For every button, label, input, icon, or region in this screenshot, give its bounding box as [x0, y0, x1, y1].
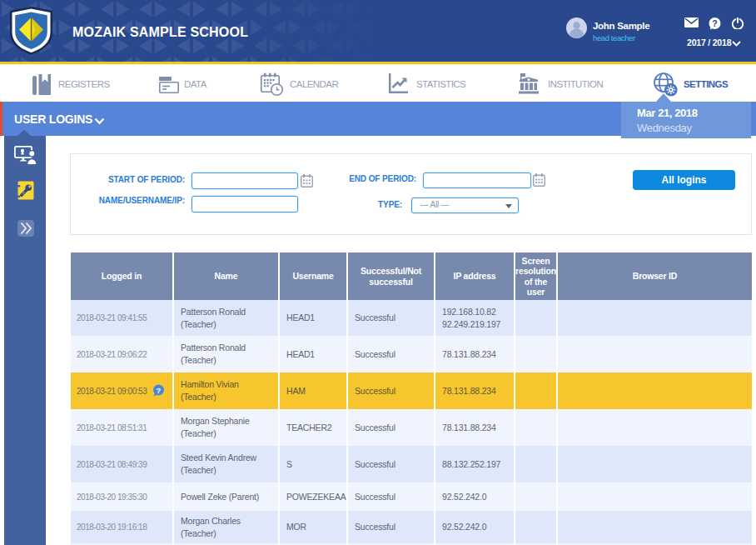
svg-text:?: ?: [157, 386, 162, 395]
svg-text:?: ?: [712, 18, 717, 28]
